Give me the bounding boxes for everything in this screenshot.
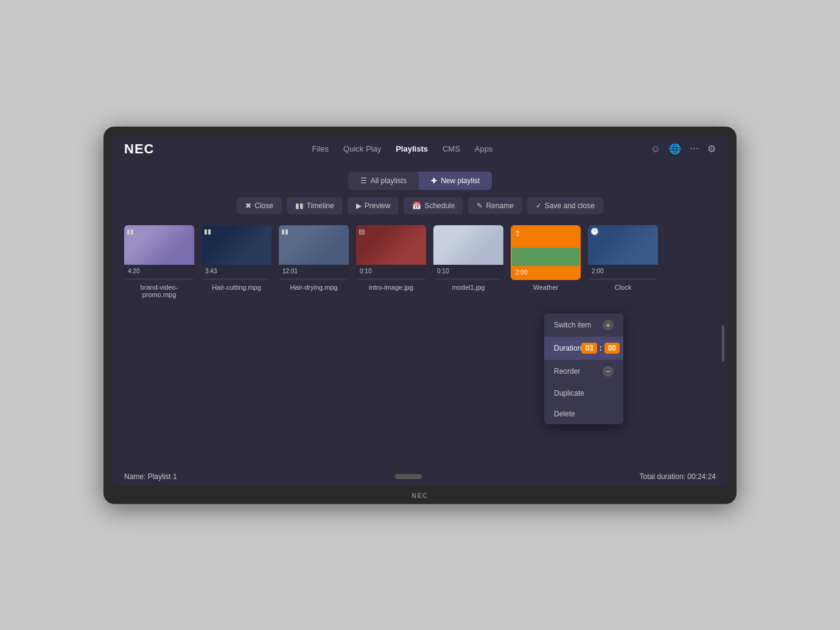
nav-playlists[interactable]: Playlists xyxy=(396,144,428,153)
rename-icon: ✎ xyxy=(477,201,483,210)
ctx-duplicate[interactable]: Duplicate xyxy=(544,383,623,404)
nav-menu: Files Quick Play Playlists CMS Apps xyxy=(312,144,493,153)
scroll-indicator xyxy=(395,474,422,479)
weather-arrow-icon: ⇧ xyxy=(514,229,521,238)
playlist-name: Name: Playlist 1 xyxy=(124,472,177,481)
user-icon[interactable]: ☺ xyxy=(651,144,660,155)
close-icon: ✖ xyxy=(245,201,251,210)
list-item[interactable]: ▮▮ 4:20 brand-video-promo.mpg xyxy=(124,225,194,298)
item-label-2: Hair-cutting.mpg xyxy=(212,284,261,291)
reorder-label: Reorder xyxy=(554,367,580,376)
ctx-duration[interactable]: Duration 03 : 00 xyxy=(544,337,623,360)
timeline-button[interactable]: ▮▮ Timeline xyxy=(287,197,343,214)
ctx-reorder[interactable]: Reorder − xyxy=(544,360,623,383)
ctx-plus-icon[interactable]: + xyxy=(603,320,614,331)
rename-button[interactable]: ✎ Rename xyxy=(468,197,522,214)
thumbnail-2: ▮▮ xyxy=(201,225,271,265)
list-item[interactable]: ▤ 0:10 model1.jpg xyxy=(433,225,503,291)
image-icon: ▤ xyxy=(359,228,365,236)
globe-icon[interactable]: 🌐 xyxy=(669,143,681,155)
nec-logo: NEC xyxy=(124,141,154,157)
plus-circle-icon: ✚ xyxy=(431,177,437,185)
thumbnail-3: ▮▮ xyxy=(279,225,349,265)
duration-3: 12:01 xyxy=(282,268,298,275)
schedule-icon: 📅 xyxy=(412,201,421,210)
duplicate-label: Duplicate xyxy=(554,389,584,397)
tv-screen: NEC Files Quick Play Playlists CMS Apps … xyxy=(112,135,728,486)
weather-green-bar xyxy=(512,248,579,266)
item-card-1[interactable]: ▮▮ 4:20 xyxy=(124,225,194,280)
content-area: ▮▮ 4:20 brand-video-promo.mpg ▮▮ xyxy=(112,219,728,467)
ctx-delete[interactable]: Delete xyxy=(544,404,623,424)
video-icon: ▮▮ xyxy=(127,228,134,236)
duration-4: 0:10 xyxy=(360,268,371,275)
settings-icon[interactable]: ⚙ xyxy=(707,143,716,155)
nav-files[interactable]: Files xyxy=(312,144,329,153)
ctx-minus-icon[interactable]: − xyxy=(603,366,614,377)
ctx-switch-item[interactable]: Switch item + xyxy=(544,313,623,337)
image-icon: ▤ xyxy=(436,228,442,236)
item-card-3[interactable]: ▮▮ 12:01 xyxy=(279,225,349,280)
duration-5: 0:10 xyxy=(437,268,449,275)
item-label-4: intro-image.jpg xyxy=(369,284,413,291)
duration-bar-6: 2:00 xyxy=(512,266,579,279)
nav-quickplay[interactable]: Quick Play xyxy=(343,144,381,153)
list-item[interactable]: ▮▮ 3:43 Hair-cutting.mpg xyxy=(201,225,271,291)
scrollbar-right[interactable] xyxy=(722,325,724,362)
list-icon: ☰ xyxy=(360,177,367,185)
duration-2: 3:43 xyxy=(205,268,217,275)
duration-bar-5: 0:10 xyxy=(433,265,503,278)
duration-6: 2:00 xyxy=(516,269,527,276)
close-label: Close xyxy=(254,201,273,210)
toolbar-area: ☰ All playlists ✚ New playlist ✖ Close ▮… xyxy=(112,163,728,219)
header-icons: ☺ 🌐 ⋅⋅⋅ ⚙ xyxy=(651,143,716,155)
item-card-4[interactable]: ▤ 0:10 xyxy=(356,225,426,280)
thumbnail-7: 🕐 xyxy=(588,225,658,265)
item-label-1: brand-video-promo.mpg xyxy=(124,284,194,298)
schedule-label: Schedule xyxy=(424,201,455,210)
list-item[interactable]: ▮▮ 12:01 Hair-drying.mpg xyxy=(279,225,349,291)
thumbnail-5: ▤ xyxy=(433,225,503,265)
nav-apps[interactable]: Apps xyxy=(475,144,493,153)
item-label-3: Hair-drying.mpg xyxy=(290,284,337,291)
duration-1: 4:20 xyxy=(128,268,139,275)
video-icon: ▮▮ xyxy=(281,228,289,236)
rename-label: Rename xyxy=(486,201,513,210)
list-item[interactable]: 🕐 2:00 Clock xyxy=(588,225,658,291)
duration-value[interactable]: 03 xyxy=(581,343,597,354)
list-item[interactable]: ▤ 0:10 intro-image.jpg xyxy=(356,225,426,291)
action-bar: ✖ Close ▮▮ Timeline ▶ Preview 📅 Schedule… xyxy=(237,197,603,214)
duration-colon: : xyxy=(600,344,602,352)
nav-cms[interactable]: CMS xyxy=(443,144,460,153)
thumbnail-1: ▮▮ xyxy=(124,225,194,265)
save-icon: ✓ xyxy=(536,201,542,210)
duration-7: 2:00 xyxy=(592,268,603,275)
total-duration: Total duration: 00:24:24 xyxy=(640,472,716,481)
item-card-5[interactable]: ▤ 0:10 xyxy=(433,225,503,280)
footer: Name: Playlist 1 Total duration: 00:24:2… xyxy=(112,467,728,486)
item-card-7[interactable]: 🕐 2:00 xyxy=(588,225,658,280)
duration-bar-7: 2:00 xyxy=(588,265,658,278)
schedule-button[interactable]: 📅 Schedule xyxy=(404,197,463,214)
save-and-close-button[interactable]: ✓ Save and close xyxy=(527,197,603,214)
delete-label: Delete xyxy=(554,410,575,418)
context-menu: Switch item + Duration 03 : 00 Reorder − xyxy=(544,313,623,424)
close-button[interactable]: ✖ Close xyxy=(237,197,282,214)
preview-button[interactable]: ▶ Preview xyxy=(348,197,399,214)
new-playlist-label: New playlist xyxy=(441,177,480,185)
item-label-6: Weather xyxy=(533,284,558,291)
playlist-tabs: ☰ All playlists ✚ New playlist xyxy=(348,172,492,190)
duration-value2[interactable]: 00 xyxy=(604,343,620,354)
item-card-6[interactable]: ⇧ 2:00 xyxy=(511,225,581,280)
tv-display: NEC Files Quick Play Playlists CMS Apps … xyxy=(103,127,737,504)
duration-label: Duration xyxy=(554,344,581,352)
all-playlists-label: All playlists xyxy=(371,177,407,185)
timeline-label: Timeline xyxy=(307,201,334,210)
switch-item-label: Switch item xyxy=(554,321,591,329)
new-playlist-tab[interactable]: ✚ New playlist xyxy=(419,172,492,190)
item-card-2[interactable]: ▮▮ 3:43 xyxy=(201,225,271,280)
wifi-icon[interactable]: ⋅⋅⋅ xyxy=(690,143,699,155)
all-playlists-tab[interactable]: ☰ All playlists xyxy=(348,172,419,190)
save-and-close-label: Save and close xyxy=(545,201,595,210)
list-item[interactable]: ⇧ 2:00 Weather xyxy=(511,225,581,291)
